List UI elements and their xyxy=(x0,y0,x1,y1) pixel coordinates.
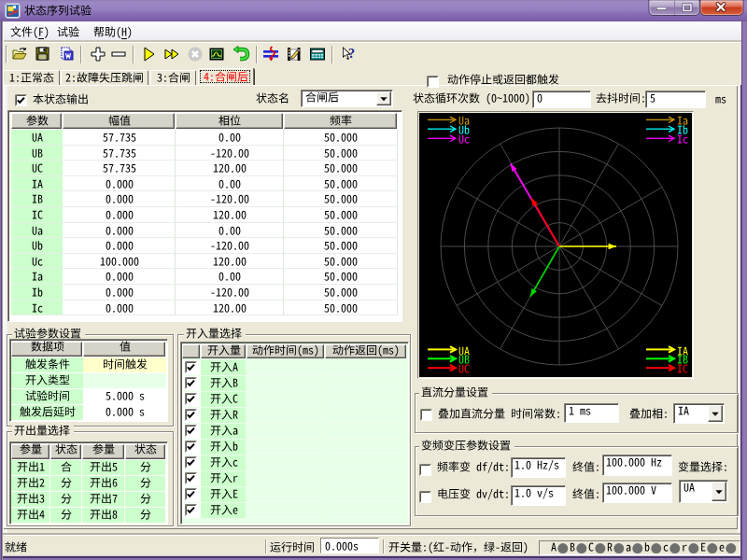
svg-text:?: ? xyxy=(348,47,355,61)
